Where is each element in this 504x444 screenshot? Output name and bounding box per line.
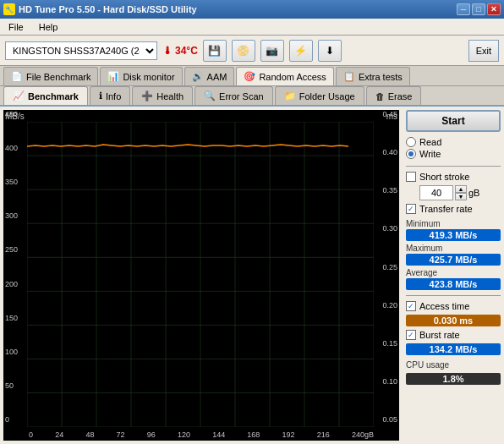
- tab-folder-usage[interactable]: 📁 Folder Usage: [275, 86, 364, 105]
- chart-left-labels: 450 400 350 300 250 200 150 100 50 0: [5, 110, 18, 424]
- chart-area: MB/s ms: [3, 110, 399, 441]
- top-tab-bar: 📄 File Benchmark 📊 Disk monitor 🔊 AAM 🎯 …: [0, 66, 504, 86]
- menu-bar: File Help: [0, 19, 504, 36]
- average-label: Average: [406, 268, 501, 277]
- cpu-usage-value: 1.8%: [406, 373, 501, 385]
- benchmark-icon: 📈: [13, 90, 25, 101]
- chart-right-labels: 0.45 0.40 0.35 0.30 0.25 0.20 0.15 0.10 …: [382, 110, 397, 424]
- camera-button[interactable]: 📷: [260, 40, 284, 62]
- menu-file[interactable]: File: [5, 20, 27, 34]
- window-controls[interactable]: ─ □ ✕: [457, 3, 501, 15]
- access-time-value: 0.030 ms: [406, 315, 501, 326]
- app-icon: 🔧: [3, 3, 15, 15]
- read-write-group: Read Write: [406, 135, 501, 161]
- minimize-button[interactable]: ─: [457, 3, 470, 15]
- close-button[interactable]: ✕: [487, 3, 501, 15]
- error-scan-icon: 🔍: [204, 90, 216, 101]
- right-panel: Start Read Write Short stroke ▲ ▼ gB: [403, 107, 504, 444]
- tab-error-scan[interactable]: 🔍 Error Scan: [194, 86, 273, 105]
- tab-benchmark[interactable]: 📈 Benchmark: [3, 86, 88, 105]
- tab-health[interactable]: ➕ Health: [132, 86, 193, 105]
- divider-1: [406, 166, 501, 167]
- menu-help[interactable]: Help: [36, 20, 62, 34]
- random-access-icon: 🎯: [244, 71, 255, 82]
- chart-bottom-labels: 0 24 48 72 96 120 144 168 192 216 240gB: [29, 430, 374, 439]
- maximum-value: 425.7 MB/s: [406, 254, 501, 266]
- burst-rate-item[interactable]: Burst rate: [406, 330, 501, 340]
- short-stroke-item[interactable]: Short stroke: [406, 172, 501, 182]
- spinner-unit: gB: [468, 188, 479, 198]
- read-label: Read: [419, 137, 441, 147]
- exit-button[interactable]: Exit: [468, 40, 499, 62]
- tab-disk-monitor[interactable]: 📊 Disk monitor: [100, 67, 182, 85]
- access-time-item[interactable]: Access time: [406, 301, 501, 311]
- folder-usage-icon: 📁: [284, 90, 296, 101]
- maximize-button[interactable]: □: [472, 3, 485, 15]
- title-bar: 🔧 HD Tune Pro 5.50 - Hard Disk/SSD Utili…: [0, 0, 504, 19]
- access-time-label: Access time: [419, 301, 469, 311]
- burst-rate-checkbox[interactable]: [406, 330, 416, 340]
- temperature-display: 🌡 34°C: [162, 45, 198, 57]
- power-button[interactable]: ⚡: [289, 40, 313, 62]
- spinner-down[interactable]: ▼: [455, 193, 467, 200]
- download-button[interactable]: ⬇: [318, 40, 342, 62]
- read-radio[interactable]: [406, 137, 416, 147]
- drive-select[interactable]: KINGSTON SHSS37A240G (240 gB): [5, 41, 157, 60]
- stats-section: Minimum 419.3 MB/s Maximum 425.7 MB/s Av…: [406, 217, 501, 290]
- minimum-value: 419.3 MB/s: [406, 229, 501, 241]
- file-benchmark-icon: 📄: [11, 71, 23, 82]
- extra-tests-icon: 📋: [343, 71, 355, 82]
- thermometer-icon: 🌡: [162, 45, 173, 57]
- temperature-value: 34°C: [175, 45, 198, 57]
- tab-random-access[interactable]: 🎯 Random Access: [236, 67, 333, 85]
- short-stroke-checkbox[interactable]: [406, 172, 416, 182]
- info-icon: ℹ: [99, 90, 102, 101]
- transfer-rate-checkbox[interactable]: [406, 204, 416, 214]
- spinner-input[interactable]: [419, 185, 453, 200]
- start-button[interactable]: Start: [406, 110, 501, 132]
- minimum-label: Minimum: [406, 219, 501, 228]
- tab-extra-tests[interactable]: 📋 Extra tests: [336, 67, 410, 85]
- cpu-usage-label: CPU usage: [406, 360, 501, 370]
- read-radio-item[interactable]: Read: [406, 137, 501, 147]
- average-value: 423.8 MB/s: [406, 278, 501, 290]
- main-content: MB/s ms: [0, 107, 504, 444]
- chart-grid: [27, 122, 374, 427]
- erase-icon: 🗑: [375, 91, 385, 101]
- write-radio-item[interactable]: Write: [406, 149, 501, 159]
- spinner-container: ▲ ▼ gB: [406, 185, 501, 200]
- disk-button-1[interactable]: 💾: [203, 40, 227, 62]
- burst-rate-value: 134.2 MB/s: [406, 343, 501, 355]
- transfer-rate-label: Transfer rate: [419, 204, 473, 214]
- aam-icon: 🔊: [192, 71, 204, 82]
- tab-file-benchmark[interactable]: 📄 File Benchmark: [3, 67, 98, 85]
- transfer-rate-item[interactable]: Transfer rate: [406, 204, 501, 214]
- disk-button-2[interactable]: 📀: [232, 40, 255, 62]
- short-stroke-label: Short stroke: [419, 172, 469, 182]
- access-time-checkbox[interactable]: [406, 301, 416, 311]
- tab-aam[interactable]: 🔊 AAM: [184, 67, 235, 85]
- toolbar: KINGSTON SHSS37A240G (240 gB) 🌡 34°C 💾 📀…: [0, 36, 504, 66]
- maximum-label: Maximum: [406, 244, 501, 253]
- write-radio[interactable]: [406, 149, 416, 159]
- health-icon: ➕: [141, 90, 153, 101]
- tab-erase[interactable]: 🗑 Erase: [366, 86, 422, 105]
- tab-info[interactable]: ℹ Info: [90, 86, 130, 105]
- burst-rate-label: Burst rate: [419, 330, 460, 340]
- spinner-arrows[interactable]: ▲ ▼: [455, 185, 467, 200]
- bottom-tab-bar: 📈 Benchmark ℹ Info ➕ Health 🔍 Error Scan…: [0, 86, 504, 107]
- divider-2: [406, 295, 501, 296]
- disk-monitor-icon: 📊: [107, 71, 119, 82]
- title-text: HD Tune Pro 5.50 - Hard Disk/SSD Utility: [19, 4, 197, 14]
- write-label: Write: [419, 149, 441, 159]
- spinner-up[interactable]: ▲: [455, 185, 467, 193]
